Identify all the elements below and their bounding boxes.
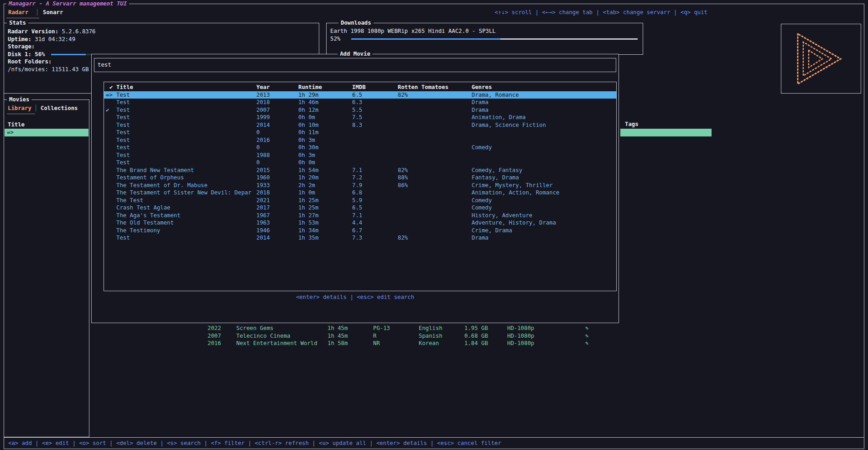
add-movie-table-row[interactable]: The Testament of Sister New Devil: Depar… [104,189,616,197]
result-imdb: 6.3 [350,99,396,106]
result-rotten-tomatoes [396,227,469,235]
movie-list-item[interactable]: Alien [5,182,88,189]
movie-list-item[interactable]: The Orphanage [5,332,88,340]
row-marker [104,212,114,220]
add-movie-table-row[interactable]: Crash Test Aglae 2017 1h 25m 6.5 Comedy [104,204,616,212]
result-genres: Drama [469,106,616,114]
movie-list-item[interactable]: =>Dune [5,129,88,136]
add-movie-table-row[interactable]: test 0 0h 30m Comedy [104,144,616,152]
add-movie-table-row[interactable]: Test 0 0h 0m [104,159,616,167]
add-movie-table-row[interactable]: The Old Testament 1963 1h 53m 4.4 Advent… [104,219,616,227]
result-rotten-tomatoes [396,121,469,129]
row-quality: HD-1080p [507,324,534,332]
col-rotten-tomatoes: Rotten Tomatoes [396,84,469,91]
row-marker [104,219,114,227]
result-runtime: 1h 54m [296,167,350,174]
result-year: 2018 [255,99,296,106]
movie-list-item[interactable]: The Conjuring: The De [5,152,88,159]
movie-list-item[interactable]: Lights Out [5,302,88,310]
add-movie-table-row[interactable]: The Testament of Dr. Mabuse 1933 2h 2m 7… [104,182,616,189]
library-table-row[interactable]: 2016 Next Entertainment World 1h 58m NR … [87,340,864,347]
row-studio: Screen Gems [236,324,273,332]
stat-uptime: Uptime: 31d 04:32:49 [8,36,319,43]
monitored-icon: ✎ [585,340,588,347]
add-movie-table-row[interactable]: Test 2016 0h 3m [104,136,616,144]
add-movie-table-row[interactable]: Test 2018 1h 46m 6.3 Drama [104,99,616,106]
stat-disk-label: Disk 1: 56% [8,51,45,58]
result-imdb [350,159,396,167]
tab-library[interactable]: Library [8,105,31,112]
movie-list-item[interactable]: The Conjuring 2 [5,144,88,152]
result-genres: Adventure, History, Drama [469,219,616,227]
result-runtime: 1h 35m [296,234,350,242]
movie-list-item[interactable]: The Thing [5,174,88,182]
row-language: Korean [419,340,439,347]
result-genres: Comedy [469,204,616,212]
movie-list-item[interactable]: Slender Man [5,257,88,265]
tab-separator: │ [36,9,39,16]
movie-list-item[interactable]: Inception [5,159,88,167]
tab-radarr[interactable]: Radarr [8,9,28,16]
movie-list-item[interactable]: Misery [5,294,88,302]
movie-list-item[interactable]: Life [5,189,88,197]
movie-list-item[interactable]: Incantation [5,279,88,287]
result-genres [469,129,616,136]
movie-list-item[interactable]: A Quiet Place [5,212,88,220]
add-movie-table-row[interactable]: => Test 2013 1h 29m 6.5 82% Drama, Roman… [104,91,616,99]
row-marker [104,204,114,212]
row-marker [104,144,114,152]
movie-list-item[interactable]: The Invitation [5,324,88,332]
selection-arrow: => [7,129,14,136]
row-marker [104,189,114,197]
result-imdb: 7.2 [350,174,396,182]
row-quality: HD-1080p [507,340,534,347]
managarr-screen: Managarr - A Servarr management TUI Rada… [0,0,868,450]
movie-list-item[interactable]: Gone with the Wind [5,204,88,212]
add-movie-table-row[interactable]: The Aga's Testament 1967 1h 27m 7.1 Hist… [104,212,616,220]
movie-list-item[interactable]: The Conjuring [5,136,88,144]
monitored-icon: ✎ [585,324,588,332]
movie-list: =>Dune The Conjuring The Conjuring 2 The… [5,129,88,347]
result-title: Test [114,99,255,106]
logo-panel [781,24,861,94]
add-movie-table-row[interactable]: ✔ Test 2007 0h 12m 5.5 Drama [104,106,616,114]
result-runtime: 1h 29m [296,91,350,99]
add-movie-table-row[interactable]: The Testimony 1946 1h 34m 6.7 Crime, Dra… [104,227,616,235]
movie-list-item[interactable]: The Martian [5,167,88,174]
tab-sonarr[interactable]: Sonarr [43,9,63,16]
downloads-panel: Downloads Earth 1998 1080p WEBRip x265 H… [326,23,643,55]
result-title: Testament of Orpheus [114,174,255,182]
movie-list-item[interactable]: 1408 [5,309,88,317]
movie-list-item[interactable]: Ma [5,264,88,272]
add-movie-table-row[interactable]: Test 1999 0h 0m 7.5 Animation, Drama [104,114,616,121]
movie-list-item[interactable]: Us [5,249,88,257]
result-imdb: 7.9 [350,182,396,189]
row-marker [104,152,114,159]
movie-list-item[interactable]: Sinister 2 [5,242,88,250]
add-movie-table-row[interactable]: Testament of Orpheus 1960 1h 20m 7.2 88%… [104,174,616,182]
row-size: 1.84 GB [464,340,488,347]
download-progress-gauge [351,38,638,40]
add-movie-table-row[interactable]: The Brand New Testament 2015 1h 54m 7.1 … [104,167,616,174]
library-table-row[interactable]: 2007 Telecinco Cinema 1h 45m R Spanish 0… [87,332,864,340]
movie-search-input[interactable]: test [94,58,616,72]
popup-keybinds: <enter> details | <esc> edit search [92,293,619,301]
add-movie-table-row[interactable]: The Test 2021 1h 25m 5.9 Comedy [104,197,616,204]
movie-list-item[interactable]: Train to Busan [5,340,88,347]
movie-list-item[interactable]: A Quiet Place Part II [5,219,88,227]
result-title: Test [114,136,255,144]
movie-list-item[interactable]: Sinister [5,234,88,242]
row-marker [104,99,114,106]
movie-list-item[interactable]: mother! [5,272,88,280]
movie-list-item[interactable]: The Witch [5,227,88,235]
library-table-row[interactable]: 2022 Screen Gems 1h 45m PG-13 English 1.… [87,324,864,332]
add-movie-table-row[interactable]: Test 2014 0h 10m 8.3 Drama, Science Fict… [104,121,616,129]
movie-list-item[interactable]: Nope [5,197,88,204]
add-movie-table-row[interactable]: Test 0 0h 11m [104,129,616,136]
footer: <a> add | <e> edit | <o> sort | <del> de… [4,437,864,449]
add-movie-table-row[interactable]: Test 1988 0h 3m [104,152,616,159]
add-movie-table-row[interactable]: Test 2014 1h 35m 7.3 82% Drama [104,234,616,242]
tab-collections[interactable]: Collections [41,105,78,112]
movie-list-item[interactable]: Firestarter [5,287,88,295]
movie-list-item[interactable]: The Girl with All the [5,317,88,325]
